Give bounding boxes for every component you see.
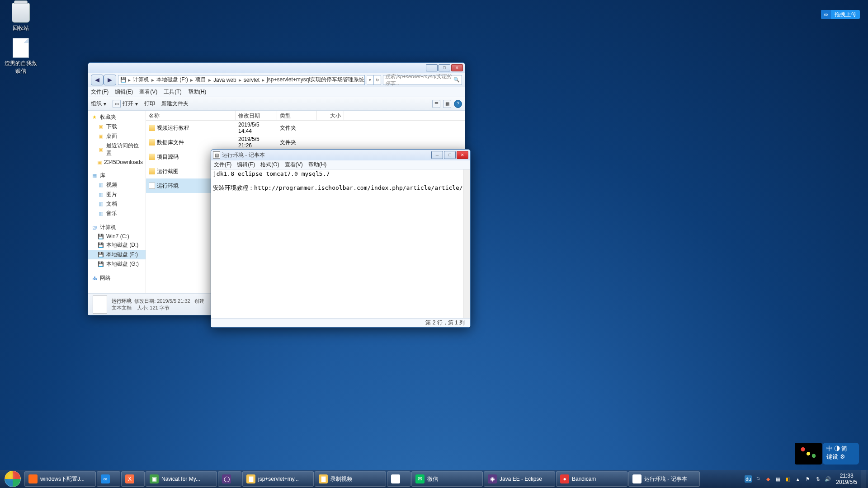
breadcrumb-segment[interactable]: servlet: [243, 77, 260, 83]
breadcrumb-segment[interactable]: 项目: [194, 76, 207, 84]
breadcrumb-segment[interactable]: 本地磁盘 (F:): [156, 76, 189, 84]
toolbar-print[interactable]: 打印: [144, 100, 155, 108]
menu-item[interactable]: 格式(O): [260, 161, 279, 169]
sidebar-network[interactable]: 🖧网络: [88, 273, 146, 283]
col-size[interactable]: 大小: [317, 111, 344, 120]
menu-item[interactable]: 查看(V): [285, 161, 303, 169]
tray-flag-icon[interactable]: ⚐: [755, 475, 762, 483]
taskbar-task[interactable]: ◎: [387, 471, 410, 487]
ime-panel[interactable]: 中 ◑ 简 键设 ⚙: [823, 443, 859, 465]
sidebar-item[interactable]: ▣2345Downloads: [88, 158, 146, 166]
sidebar-favorites[interactable]: ★收藏夹: [88, 113, 146, 122]
preview-pane-button[interactable]: ▦: [443, 100, 451, 108]
sidebar-item[interactable]: ▥文档: [88, 199, 146, 209]
view-options-button[interactable]: ☰: [432, 100, 440, 108]
menu-item[interactable]: 编辑(E): [115, 88, 133, 96]
task-icon: ◯: [222, 474, 231, 483]
taskbar-task[interactable]: X: [121, 471, 145, 487]
taskbar-task[interactable]: ∞: [97, 471, 120, 487]
library-icon: ▦: [91, 173, 98, 179]
sidebar-drive-item[interactable]: 💾Win7 (C:): [88, 232, 146, 240]
np-maximize-button[interactable]: □: [444, 151, 456, 159]
tray-icon[interactable]: du: [745, 475, 752, 483]
upload-badge[interactable]: ∞ 拖拽上传: [821, 10, 860, 19]
column-headers[interactable]: 名称 修改日期 类型 大小: [146, 111, 465, 121]
breadcrumb-segment[interactable]: jsp+servlet+mysql实现的停车场管理系统: [266, 76, 365, 84]
sidebar-drive-item[interactable]: 💾本地磁盘 (F:): [88, 250, 146, 259]
drive-icon: 💾: [97, 242, 104, 249]
notepad-scrollbar[interactable]: [463, 169, 470, 318]
breadcrumb-segment[interactable]: 计算机: [132, 76, 150, 84]
np-minimize-button[interactable]: ─: [431, 151, 443, 159]
menu-item[interactable]: 文件(F): [91, 88, 108, 96]
menu-item[interactable]: 工具(T): [164, 88, 181, 96]
sidebar-item[interactable]: ▣最近访问的位置: [88, 141, 146, 158]
sidebar-item[interactable]: ▣桌面: [88, 131, 146, 141]
nav-back-button[interactable]: ◀: [91, 75, 104, 85]
task-icon: ◉: [488, 474, 497, 483]
tray-wifi-icon[interactable]: ⇅: [814, 475, 821, 483]
desktop-icon-recycle-bin[interactable]: 回收站: [4, 2, 38, 32]
sidebar-drive-item[interactable]: 💾本地磁盘 (G:): [88, 259, 146, 269]
col-date[interactable]: 修改日期: [236, 111, 277, 120]
tray-shield-icon[interactable]: ◆: [764, 475, 772, 483]
notepad-titlebar[interactable]: ▤ 运行环境 - 记事本 ─ □ ✕: [211, 150, 470, 160]
explorer-titlebar[interactable]: ─ □ ✕: [88, 63, 465, 73]
menu-item[interactable]: 编辑(E): [237, 161, 255, 169]
sidebar-computer[interactable]: 🖳计算机: [88, 223, 146, 232]
search-input[interactable]: 搜索 jsp+servlet+mysql实现的停车... 🔍: [383, 75, 462, 85]
toolbar-organize[interactable]: 组织 ▾: [91, 100, 106, 108]
explorer-sidebar: ★收藏夹▣下载▣桌面▣最近访问的位置▣2345Downloads▦库▥视频▥图片…: [88, 111, 146, 293]
taskbar-task[interactable]: ◯: [218, 471, 241, 487]
tray-app-icon[interactable]: ◧: [784, 475, 792, 483]
breadcrumb-refresh[interactable]: ↻: [374, 75, 381, 85]
maximize-button[interactable]: □: [439, 64, 450, 71]
taskbar-task[interactable]: ●Bandicam: [556, 471, 627, 487]
breadcrumb-dropdown[interactable]: ▾: [367, 75, 374, 85]
sidebar-item[interactable]: ▥音乐: [88, 209, 146, 218]
file-icon: [149, 183, 155, 189]
system-tray[interactable]: du ⚐ ◆ ▦ ◧ ▴ ⚑ ⇅ 🔊 21:33 2019/5/5: [742, 473, 860, 486]
sidebar-item[interactable]: ▥图片: [88, 190, 146, 199]
tray-volume-icon[interactable]: 🔊: [824, 475, 831, 483]
menu-item[interactable]: 帮助(H): [308, 161, 327, 169]
taskbar-task[interactable]: ▣Navicat for My...: [146, 471, 217, 487]
sidebar-item[interactable]: ▥视频: [88, 180, 146, 190]
taskbar-task[interactable]: ▇jsp+servlet+my...: [242, 471, 314, 487]
taskbar-task[interactable]: ◉Java EE - Eclipse: [484, 471, 555, 487]
close-button[interactable]: ✕: [451, 64, 463, 71]
notepad-textarea[interactable]: [211, 169, 463, 318]
taskbar-clock[interactable]: 21:33 2019/5/5: [836, 473, 857, 486]
np-close-button[interactable]: ✕: [457, 151, 468, 159]
toolbar-open[interactable]: ▭打开 ▾: [113, 100, 138, 108]
tray-network-icon[interactable]: ▦: [774, 475, 782, 483]
tray-chevron-icon[interactable]: ▴: [794, 475, 802, 483]
task-label: Bandicam: [572, 476, 596, 482]
col-type[interactable]: 类型: [277, 111, 317, 120]
show-desktop-button[interactable]: [861, 470, 866, 488]
taskbar-task[interactable]: ✉微信: [411, 471, 483, 487]
menu-item[interactable]: 帮助(H): [188, 88, 207, 96]
tray-action-center-icon[interactable]: ⚑: [804, 475, 811, 483]
taskbar-task[interactable]: windows下配置J...: [24, 471, 96, 487]
sidebar-item[interactable]: ▣下载: [88, 122, 146, 131]
menu-item[interactable]: 查看(V): [139, 88, 157, 96]
sidebar-libraries[interactable]: ▦库: [88, 171, 146, 180]
toolbar-new-folder[interactable]: 新建文件夹: [161, 100, 189, 108]
taskbar-task[interactable]: ▤运行环境 - 记事本: [628, 471, 700, 487]
minimize-button[interactable]: ─: [426, 64, 438, 71]
sidebar-drive-item[interactable]: 💾本地磁盘 (D:): [88, 240, 146, 250]
taskbar-task[interactable]: ▇录制视频: [315, 471, 386, 487]
details-file-icon: [93, 296, 107, 314]
file-row[interactable]: 视频运行教程2019/5/5 14:44文件夹: [146, 121, 465, 135]
breadcrumb[interactable]: 💾▸计算机▸本地磁盘 (F:)▸项目▸Java web▸servlet▸jsp+…: [118, 75, 365, 85]
nav-forward-button[interactable]: ▶: [104, 75, 116, 85]
start-button[interactable]: [2, 470, 24, 488]
help-button[interactable]: ?: [454, 100, 462, 108]
breadcrumb-segment[interactable]: Java web: [212, 77, 237, 83]
col-name[interactable]: 名称: [146, 111, 236, 120]
menu-item[interactable]: 文件(F): [214, 161, 231, 169]
file-row[interactable]: 数据库文件2019/5/5 21:26文件夹: [146, 135, 465, 150]
desktop-icon-document[interactable]: 渣男的自我救赎信: [4, 37, 38, 75]
ime-line2: 键设 ⚙: [826, 453, 855, 461]
